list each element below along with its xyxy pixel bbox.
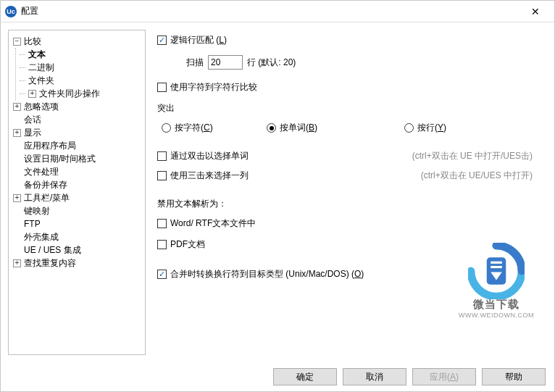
tree-item-backup[interactable]: 备份并保存 [12, 178, 142, 191]
settings-panel: ✓ 逻辑行匹配 (L) 扫描 行 (默认: 20) 使用字符到字符行比较 突出 [153, 30, 547, 355]
radio-by-char[interactable]: 按字符(C) [162, 122, 267, 134]
tree-item-session[interactable]: 会话 [12, 113, 142, 126]
title-bar: Uc 配置 ✕ [1, 1, 554, 22]
apply-button[interactable]: 应用(A) [412, 368, 476, 385]
window-title: 配置 [21, 5, 521, 17]
tree-item-app-layout[interactable]: 应用程序布局 [12, 139, 142, 152]
tree-item-display[interactable]: +显示 [12, 126, 142, 139]
collapse-icon[interactable]: − [13, 38, 21, 46]
radio-by-line[interactable]: 按行(Y) [404, 122, 446, 134]
tree-item-toolbar[interactable]: +工具栏/菜单 [12, 191, 142, 204]
checkbox-pdf[interactable]: PDF文档 [157, 238, 205, 251]
expand-icon[interactable]: + [13, 103, 21, 111]
disable-parse-label: 禁用文本解析为： [157, 198, 540, 210]
expand-icon[interactable]: + [13, 259, 21, 267]
tree-item-binary[interactable]: 二进制 [27, 61, 142, 74]
help-button[interactable]: 帮助 [482, 368, 546, 385]
tree-item-ue-ues[interactable]: UE / UES 集成 [12, 243, 142, 257]
double-click-hint: (ctrl+双击在 UE 中打开/UES击) [412, 150, 533, 162]
highlight-label: 突出 [157, 102, 540, 114]
tree-item-date-format[interactable]: 设置日期/时间格式 [12, 152, 142, 165]
tree-item-file-handling[interactable]: 文件处理 [12, 165, 142, 178]
tree-item-text[interactable]: 文本 [27, 48, 142, 61]
cancel-button[interactable]: 取消 [343, 368, 406, 385]
checkbox-char-by-char[interactable]: 使用字符到字符行比较 [157, 81, 257, 93]
tree-item-ftp[interactable]: FTP [12, 217, 142, 230]
close-button[interactable]: ✕ [521, 1, 550, 22]
scan-suffix: 行 (默认: 20) [247, 57, 296, 69]
app-icon: Uc [5, 6, 17, 17]
tree-item-shell[interactable]: 外壳集成 [12, 230, 142, 243]
tree-item-folder-sync[interactable]: +文件夹同步操作 [27, 87, 142, 100]
watermark: 微当下载 WWW.WEIDOWN.COM [459, 243, 534, 319]
tree-item-folder[interactable]: 文件夹 [27, 74, 142, 87]
expand-icon[interactable]: + [13, 194, 21, 202]
checkbox-triple-click[interactable]: 使用三击来选择一列 [157, 170, 249, 182]
radio-by-word[interactable]: 按单词(B) [267, 122, 404, 134]
tree-item-compare[interactable]: − 比较 [12, 35, 142, 48]
checkbox-logical-line-match[interactable]: ✓ 逻辑行匹配 (L) [157, 34, 227, 46]
dialog-buttons: 确定 取消 应用(A) 帮助 [1, 362, 554, 391]
tree-item-find-dup[interactable]: +查找重复内容 [12, 257, 142, 270]
scan-input[interactable] [208, 55, 243, 70]
triple-click-hint: (ctrl+双击在 UE/UES 中打开) [421, 170, 533, 182]
checkbox-word-rtf[interactable]: Word/ RTF文本文件中 [157, 217, 256, 230]
tree-item-ignore[interactable]: +忽略选项 [12, 100, 142, 113]
checkbox-merge-eol[interactable]: ✓ 合并时转换换行符到目标类型 (Unix/Mac/DOS) (O) [157, 268, 364, 280]
ok-button[interactable]: 确定 [273, 368, 337, 385]
nav-tree[interactable]: − 比较 文本 二进制 文件夹 +文件夹同步操作 +忽略选项 会话 +显示 [8, 30, 146, 355]
checkbox-double-click-word[interactable]: 通过双击以选择单词 [157, 150, 249, 162]
expand-icon[interactable]: + [28, 90, 36, 98]
svg-rect-1 [491, 262, 502, 264]
checkmark-icon: ✓ [157, 270, 167, 279]
radio-selected-icon [270, 126, 274, 130]
checkmark-icon: ✓ [157, 36, 167, 45]
scan-label: 扫描 [186, 57, 204, 69]
expand-icon[interactable]: + [13, 129, 21, 137]
tree-item-keymap[interactable]: 键映射 [12, 204, 142, 217]
